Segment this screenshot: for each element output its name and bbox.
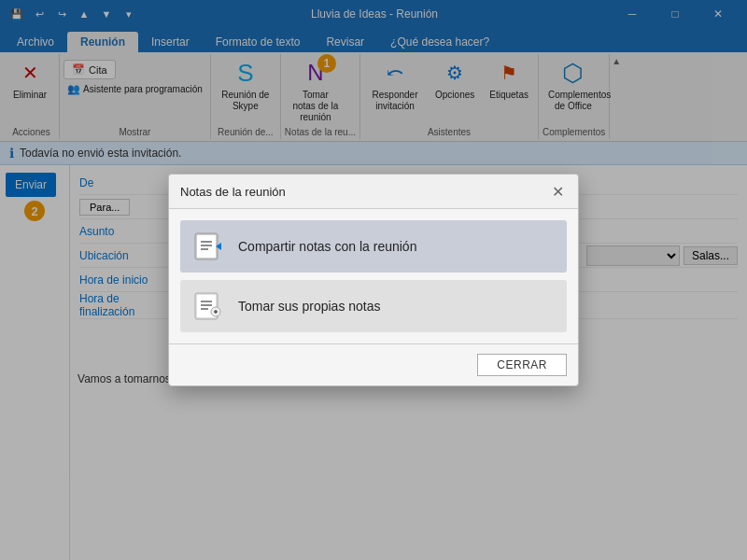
modal-cerrar-button[interactable]: CERRAR <box>477 354 567 376</box>
own-notes-icon <box>191 289 225 323</box>
share-notes-icon <box>191 230 225 263</box>
svg-rect-1 <box>197 235 216 258</box>
own-notes-option[interactable]: Tomar sus propias notas <box>180 280 567 332</box>
modal-footer: CERRAR <box>169 343 578 385</box>
share-notes-label: Compartir notas con la reunión <box>238 239 416 254</box>
modal-header: Notas de la reunión ✕ <box>169 175 578 209</box>
share-notes-option[interactable]: Compartir notas con la reunión <box>180 220 567 273</box>
own-notes-label: Tomar sus propias notas <box>238 299 381 314</box>
modal-body: Compartir notas con la reunión <box>169 209 578 343</box>
modal-overlay: Notas de la reunión ✕ Compartir notas <box>0 0 747 560</box>
modal-close-button[interactable]: ✕ <box>548 182 567 201</box>
modal-dialog: Notas de la reunión ✕ Compartir notas <box>168 174 579 386</box>
modal-title: Notas de la reunión <box>180 185 286 199</box>
